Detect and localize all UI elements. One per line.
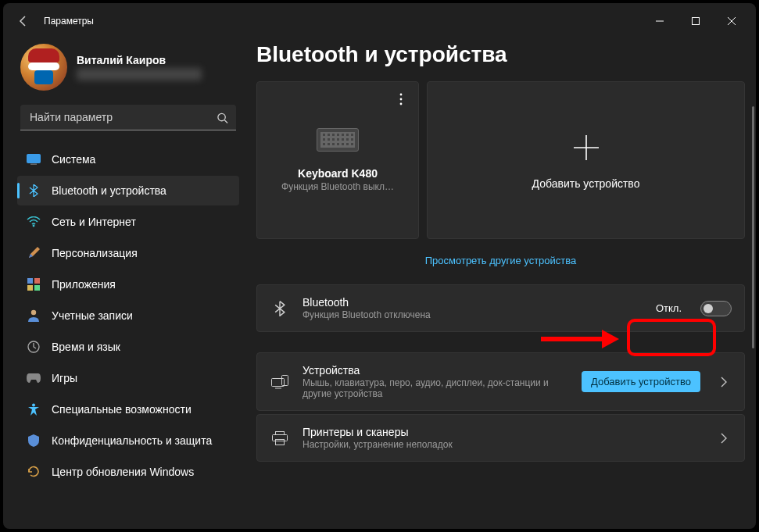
bluetooth-row-sub: Функция Bluetooth отключена bbox=[303, 309, 643, 320]
add-device-button[interactable]: Добавить устройство bbox=[582, 371, 700, 392]
sidebar-item-label: Система bbox=[52, 153, 95, 166]
svg-rect-3 bbox=[30, 164, 37, 166]
bluetooth-row-title: Bluetooth bbox=[303, 296, 643, 309]
bluetooth-icon bbox=[270, 301, 290, 316]
svg-rect-8 bbox=[34, 285, 40, 291]
devices-row[interactable]: Устройства Мышь, клавиатура, перо, аудио… bbox=[256, 352, 745, 411]
svg-point-4 bbox=[33, 225, 35, 227]
sidebar-item-label: Сеть и Интернет bbox=[52, 216, 136, 228]
sidebar: Виталий Каиров Система Bluetooth и устро… bbox=[3, 39, 245, 529]
app-title: Параметры bbox=[44, 16, 94, 27]
close-button[interactable] bbox=[714, 3, 750, 39]
svg-point-9 bbox=[31, 310, 36, 315]
page-title: Bluetooth и устройства bbox=[256, 42, 745, 67]
svg-rect-18 bbox=[273, 434, 288, 441]
shield-icon bbox=[27, 434, 41, 448]
sidebar-item-windows-update[interactable]: Центр обновления Windows bbox=[17, 457, 239, 487]
svg-rect-19 bbox=[276, 439, 285, 445]
sidebar-item-time-language[interactable]: Время и язык bbox=[17, 332, 239, 362]
device-status: Функция Bluetooth выкл… bbox=[281, 181, 394, 192]
titlebar: Параметры bbox=[3, 3, 756, 39]
device-more-button[interactable] bbox=[390, 88, 412, 110]
printers-row-title: Принтеры и сканеры bbox=[303, 426, 704, 438]
bluetooth-toggle[interactable] bbox=[700, 301, 732, 316]
svg-rect-0 bbox=[693, 18, 700, 25]
apps-icon bbox=[27, 277, 41, 291]
svg-rect-5 bbox=[27, 278, 33, 284]
chevron-right-icon bbox=[716, 433, 732, 444]
wifi-icon bbox=[27, 215, 41, 229]
nav: Система Bluetooth и устройства Сеть и Ин… bbox=[17, 145, 239, 487]
sidebar-item-bluetooth[interactable]: Bluetooth и устройства bbox=[17, 176, 239, 205]
sidebar-item-label: Приложения bbox=[52, 278, 116, 291]
devices-row-sub: Мышь, клавиатура, перо, аудио, дисплеи, … bbox=[303, 377, 569, 399]
sidebar-item-label: Учетные записи bbox=[52, 309, 133, 322]
svg-rect-6 bbox=[34, 278, 40, 284]
devices-icon bbox=[270, 375, 290, 389]
device-card-keyboard[interactable]: Keyboard K480 Функция Bluetooth выкл… bbox=[256, 81, 419, 239]
profile-email-blurred bbox=[77, 68, 202, 80]
view-more-devices-link[interactable]: Просмотреть другие устройства bbox=[425, 255, 577, 266]
avatar bbox=[20, 44, 67, 91]
profile-block[interactable]: Виталий Каиров bbox=[17, 44, 239, 103]
sidebar-item-label: Специальные возможности bbox=[52, 403, 192, 416]
sidebar-item-label: Центр обновления Windows bbox=[52, 466, 194, 478]
brush-icon bbox=[27, 246, 41, 260]
svg-point-11 bbox=[32, 404, 35, 407]
svg-rect-17 bbox=[276, 431, 285, 434]
sidebar-item-personalization[interactable]: Персонализация bbox=[17, 238, 239, 268]
profile-name: Виталий Каиров bbox=[77, 54, 239, 66]
accessibility-icon bbox=[27, 402, 41, 416]
chevron-right-icon bbox=[716, 377, 732, 387]
toggle-state-label: Откл. bbox=[656, 302, 682, 314]
back-button[interactable] bbox=[9, 7, 38, 35]
sidebar-item-label: Персонализация bbox=[52, 247, 138, 259]
sidebar-item-label: Конфиденциальность и защита bbox=[52, 434, 212, 447]
sidebar-item-network[interactable]: Сеть и Интернет bbox=[17, 207, 239, 237]
gamepad-icon bbox=[27, 371, 41, 385]
view-more-devices[interactable]: Просмотреть другие устройства bbox=[256, 253, 745, 267]
minimize-button[interactable] bbox=[642, 3, 678, 39]
scrollbar-thumb[interactable] bbox=[752, 106, 754, 348]
printer-icon bbox=[270, 431, 290, 445]
svg-point-12 bbox=[400, 94, 403, 96]
sidebar-item-accessibility[interactable]: Специальные возможности bbox=[17, 395, 239, 424]
sidebar-item-label: Время и язык bbox=[52, 341, 120, 353]
sidebar-item-accounts[interactable]: Учетные записи bbox=[17, 301, 239, 330]
printers-row-sub: Настройки, устранение неполадок bbox=[303, 439, 704, 450]
clock-globe-icon bbox=[27, 340, 41, 354]
svg-point-14 bbox=[400, 103, 403, 105]
search-box[interactable] bbox=[20, 105, 236, 130]
plus-icon bbox=[569, 130, 603, 165]
search-input[interactable] bbox=[20, 105, 236, 130]
printers-row[interactable]: Принтеры и сканеры Настройки, устранение… bbox=[256, 414, 745, 462]
sidebar-item-system[interactable]: Система bbox=[17, 145, 239, 174]
svg-rect-7 bbox=[27, 285, 33, 291]
bluetooth-icon bbox=[27, 184, 41, 198]
maximize-button[interactable] bbox=[678, 3, 714, 39]
keyboard-icon bbox=[317, 128, 359, 152]
search-icon bbox=[217, 112, 228, 123]
svg-point-1 bbox=[218, 113, 225, 120]
svg-rect-16 bbox=[282, 375, 288, 385]
device-name: Keyboard K480 bbox=[298, 167, 378, 180]
update-icon bbox=[27, 465, 41, 479]
sidebar-item-label: Игры bbox=[52, 372, 77, 384]
sidebar-item-privacy[interactable]: Конфиденциальность и защита bbox=[17, 426, 239, 455]
person-icon bbox=[27, 309, 41, 323]
system-icon bbox=[27, 152, 41, 166]
svg-point-13 bbox=[400, 98, 403, 101]
settings-window: Параметры Виталий Каиров bbox=[3, 3, 756, 529]
devices-row-title: Устройства bbox=[303, 364, 569, 377]
svg-rect-2 bbox=[27, 155, 41, 163]
main-content: Bluetooth и устройства Keyboard K480 Фун… bbox=[245, 39, 756, 529]
sidebar-item-gaming[interactable]: Игры bbox=[17, 363, 239, 393]
bluetooth-row: Bluetooth Функция Bluetooth отключена От… bbox=[256, 284, 745, 332]
sidebar-item-label: Bluetooth и устройства bbox=[52, 184, 166, 197]
add-device-card[interactable]: Добавить устройство bbox=[427, 81, 745, 239]
add-device-label: Добавить устройство bbox=[532, 177, 640, 190]
sidebar-item-apps[interactable]: Приложения bbox=[17, 270, 239, 299]
